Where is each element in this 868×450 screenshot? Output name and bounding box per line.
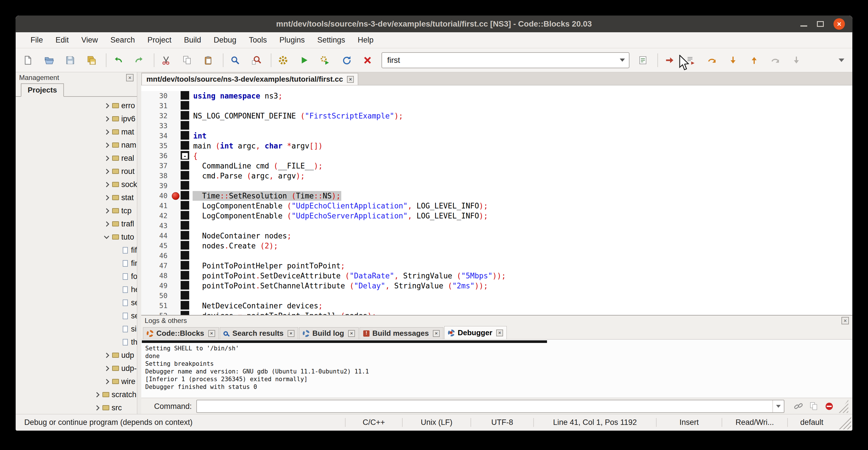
breakpoint-margin[interactable]: [171, 91, 181, 101]
expander-icon[interactable]: [113, 272, 121, 280]
tree-item[interactable]: mat: [16, 125, 137, 139]
breakpoint-margin[interactable]: [171, 111, 181, 121]
expander-icon[interactable]: [93, 404, 101, 412]
breakpoint-margin[interactable]: [171, 241, 181, 251]
new-file-button[interactable]: [21, 53, 35, 67]
breakpoint-margin[interactable]: [171, 191, 181, 201]
breakpoint-margin[interactable]: [171, 171, 181, 181]
expander-icon[interactable]: [103, 193, 111, 202]
find-in-files-button[interactable]: [249, 53, 264, 67]
breakpoint-margin[interactable]: [171, 211, 181, 221]
maximize-button[interactable]: [817, 21, 824, 27]
chevron-down-icon[interactable]: [620, 59, 625, 62]
expander-icon[interactable]: [103, 351, 111, 359]
step-into-instruction-button[interactable]: [789, 53, 804, 67]
breakpoint-margin[interactable]: [171, 281, 181, 291]
tab-close-icon[interactable]: ×: [433, 330, 440, 337]
tree-item[interactable]: fir: [16, 257, 137, 270]
expander-icon[interactable]: [103, 180, 111, 188]
logs-tab[interactable]: Build messages ×: [360, 327, 443, 339]
fold-margin[interactable]: [181, 261, 189, 271]
fold-margin[interactable]: [181, 91, 189, 101]
fold-margin[interactable]: [181, 231, 189, 241]
step-out-button[interactable]: [747, 53, 761, 67]
tree-item[interactable]: real: [16, 152, 137, 165]
save-all-button[interactable]: [84, 53, 98, 67]
logs-close-icon[interactable]: ×: [841, 317, 849, 324]
fold-margin[interactable]: [181, 121, 189, 131]
run-button[interactable]: [297, 53, 311, 67]
breakpoint-margin[interactable]: [171, 181, 181, 191]
debug-continue-button[interactable]: [662, 53, 677, 67]
expander-icon[interactable]: [103, 220, 111, 228]
expander-icon[interactable]: [113, 325, 121, 333]
tree-item[interactable]: si: [16, 322, 137, 335]
next-line-button[interactable]: [705, 53, 719, 67]
paste-button[interactable]: [201, 53, 215, 67]
breakpoint-margin[interactable]: [171, 161, 181, 171]
rebuild-button[interactable]: [339, 53, 353, 67]
panel-splitter[interactable]: [137, 72, 141, 414]
expander-icon[interactable]: [103, 154, 111, 162]
expander-icon[interactable]: [103, 364, 111, 372]
tree-item[interactable]: th: [16, 335, 137, 349]
tree-item[interactable]: fif: [16, 244, 137, 257]
next-instruction-button[interactable]: [768, 53, 782, 67]
expander-icon[interactable]: [103, 128, 111, 136]
breakpoint-margin[interactable]: [171, 101, 181, 111]
tree-item[interactable]: src: [16, 401, 137, 414]
tree-item[interactable]: se: [16, 309, 137, 322]
tree-item[interactable]: se: [16, 296, 137, 309]
debugger-output-wrap[interactable]: Setting SHELL to '/bin/sh'doneSetting br…: [141, 339, 852, 398]
breakpoint-margin[interactable]: [171, 271, 181, 281]
fold-toggle-icon[interactable]: -: [182, 152, 188, 159]
copy-button[interactable]: [180, 53, 194, 67]
build-button[interactable]: [276, 53, 290, 67]
tab-projects[interactable]: Projects: [21, 83, 64, 97]
close-button[interactable]: ×: [834, 18, 845, 30]
menu-item[interactable]: Search: [104, 32, 141, 48]
fold-margin[interactable]: [181, 141, 189, 151]
breakpoint-margin[interactable]: [171, 231, 181, 241]
undo-button[interactable]: [111, 53, 125, 67]
fold-margin[interactable]: [181, 161, 189, 171]
cut-button[interactable]: [159, 53, 173, 67]
expander-icon[interactable]: [103, 141, 111, 149]
tab-close-icon[interactable]: ×: [347, 76, 354, 83]
menu-item[interactable]: Build: [178, 32, 208, 48]
build-options-button[interactable]: [636, 53, 650, 67]
panel-resize-grip[interactable]: [839, 400, 848, 413]
fold-margin[interactable]: [181, 281, 189, 291]
tree-item[interactable]: sock: [16, 178, 137, 191]
fold-margin[interactable]: [181, 211, 189, 221]
tree-item[interactable]: he: [16, 283, 137, 296]
fold-margin[interactable]: [181, 241, 189, 251]
fold-margin[interactable]: [181, 201, 189, 211]
project-tree[interactable]: erro ipv6 mat nam real rout sock stat tc…: [16, 97, 137, 414]
expander-icon[interactable]: [113, 259, 121, 267]
expander-icon[interactable]: [113, 338, 121, 346]
expander-icon[interactable]: [103, 233, 111, 241]
fold-margin[interactable]: [181, 171, 189, 181]
expander-icon[interactable]: [113, 286, 121, 294]
fold-margin[interactable]: [181, 311, 189, 315]
tree-item[interactable]: stat: [16, 191, 137, 204]
expander-icon[interactable]: [103, 207, 111, 215]
menu-item[interactable]: File: [24, 32, 49, 48]
menu-item[interactable]: Help: [351, 32, 380, 48]
menu-item[interactable]: Debug: [208, 32, 243, 48]
breakpoint-margin[interactable]: [171, 151, 181, 161]
redo-button[interactable]: [132, 53, 146, 67]
menu-item[interactable]: Settings: [311, 32, 351, 48]
breakpoint-margin[interactable]: [171, 121, 181, 131]
copy-log-button[interactable]: [807, 400, 820, 413]
tree-item[interactable]: rout: [16, 165, 137, 178]
tree-item[interactable]: ipv6: [16, 112, 137, 125]
expander-icon[interactable]: [103, 102, 111, 110]
step-into-button[interactable]: [726, 53, 740, 67]
tree-item[interactable]: tcp: [16, 204, 137, 217]
build-target-combobox[interactable]: first: [381, 52, 629, 68]
fold-margin[interactable]: [181, 181, 189, 191]
tree-item[interactable]: wire: [16, 375, 137, 388]
code-lines[interactable]: 30 using namespace ns3; 31 32 NS_LOG_COM…: [141, 85, 852, 315]
